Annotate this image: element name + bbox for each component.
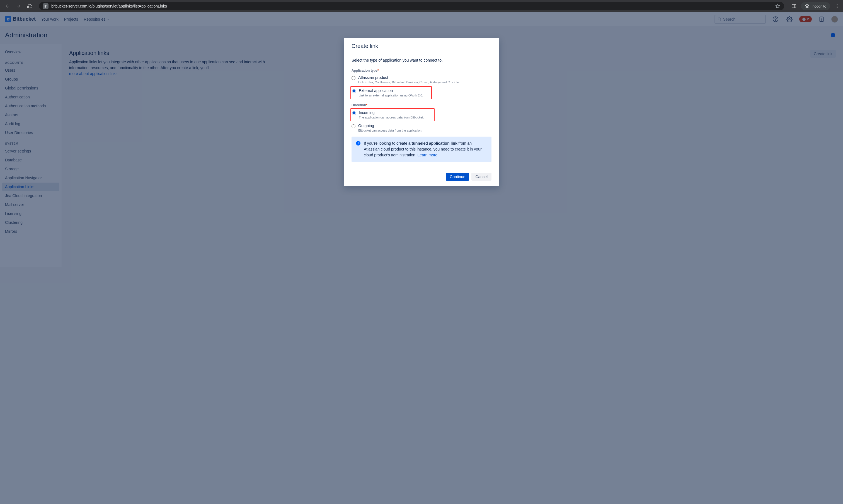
reload-button[interactable] <box>26 2 34 10</box>
continue-button[interactable]: Continue <box>446 173 469 181</box>
radio-atlassian-product[interactable]: Atlassian product <box>352 74 491 80</box>
radio-external-desc: Link to an external application using OA… <box>359 94 431 97</box>
svg-point-8 <box>837 7 838 8</box>
highlight-incoming: Incoming The application can access data… <box>351 108 435 121</box>
kebab-menu-icon[interactable] <box>835 4 840 8</box>
svg-marker-2 <box>776 4 780 8</box>
radio-outgoing-desc: Bitbucket can access data from the appli… <box>358 129 491 132</box>
url-text: bitbucket-server.com.lo/plugins/servlet/… <box>51 4 167 8</box>
radio-external-label: External application <box>359 88 393 93</box>
svg-point-6 <box>837 4 838 5</box>
info-panel: i If you're looking to create a tunneled… <box>352 137 491 162</box>
info-icon: i <box>356 141 360 145</box>
create-link-dialog: Create link Select the type of applicati… <box>344 38 499 186</box>
incognito-label: Incognito <box>811 4 826 8</box>
svg-rect-3 <box>792 4 796 8</box>
svg-point-5 <box>807 6 808 7</box>
url-bar[interactable]: bitbucket-server.com.lo/plugins/servlet/… <box>39 2 784 10</box>
incognito-indicator[interactable]: Incognito <box>801 2 830 10</box>
radio-atlassian-input[interactable] <box>352 76 355 80</box>
svg-point-4 <box>806 6 807 7</box>
forward-button[interactable] <box>15 2 23 10</box>
dialog-subtitle: Select the type of application you want … <box>352 58 491 62</box>
radio-external-application[interactable]: External application <box>351 87 431 94</box>
incognito-icon <box>805 4 809 8</box>
panel-icon[interactable] <box>791 4 796 8</box>
svg-rect-0 <box>45 5 46 6</box>
dialog-title: Create link <box>344 38 499 53</box>
back-button[interactable] <box>3 2 12 10</box>
info-learn-more-link[interactable]: Learn more <box>418 153 438 157</box>
svg-rect-1 <box>45 7 46 7</box>
radio-incoming-label: Incoming <box>359 110 375 115</box>
app-type-label: Application type* <box>352 69 491 72</box>
radio-outgoing-label: Outgoing <box>358 124 374 128</box>
radio-incoming[interactable]: Incoming <box>351 109 433 116</box>
highlight-external: External application Link to an external… <box>351 86 432 99</box>
radio-external-input[interactable] <box>352 89 356 93</box>
browser-chrome: bitbucket-server.com.lo/plugins/servlet/… <box>0 0 843 12</box>
radio-incoming-input[interactable] <box>352 111 356 115</box>
star-icon[interactable] <box>775 4 780 8</box>
cancel-button[interactable]: Cancel <box>471 173 491 181</box>
site-settings-icon[interactable] <box>43 3 49 9</box>
info-text: If you're looking to create a tunneled a… <box>364 141 487 158</box>
radio-atlassian-label: Atlassian product <box>358 75 388 80</box>
direction-label: Direction* <box>352 103 491 107</box>
svg-point-7 <box>837 6 838 6</box>
dialog-footer: Continue Cancel <box>344 171 499 186</box>
dialog-divider <box>352 166 491 166</box>
radio-atlassian-desc: Link to Jira, Confluence, Bitbucket, Bam… <box>358 80 491 84</box>
radio-incoming-desc: The application can access data from Bit… <box>359 116 433 119</box>
radio-outgoing[interactable]: Outgoing <box>352 122 491 129</box>
radio-outgoing-input[interactable] <box>352 124 355 128</box>
